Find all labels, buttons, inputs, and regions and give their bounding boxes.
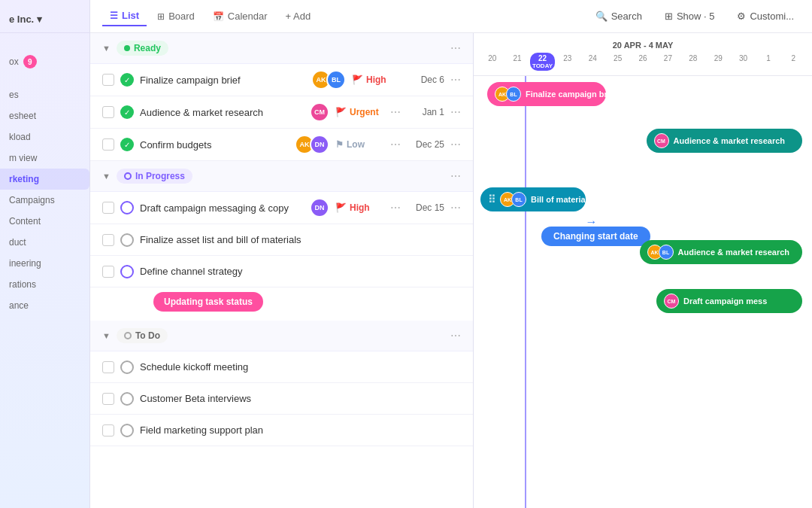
gantt-arrow: →	[586, 215, 598, 229]
bar-label: Bill of materials	[531, 195, 592, 204]
task-checkbox[interactable]	[102, 106, 114, 118]
task-status-icon: ✓	[120, 138, 134, 151]
task-more-button-2[interactable]: ⋯	[450, 202, 461, 214]
task-more-button-2[interactable]: ⋯	[450, 106, 461, 118]
gear-icon: ⚙	[737, 11, 746, 22]
sidebar-item-inbox[interactable]: ox 9	[0, 50, 89, 74]
task-status-icon	[120, 233, 134, 247]
avatar-group: CM	[310, 102, 329, 122]
task-more-button[interactable]: ⋯	[390, 202, 401, 214]
task-name: Finalize campaign brief	[140, 75, 305, 86]
board-icon: ⊞	[157, 11, 165, 22]
gantt-day-28: 28	[680, 53, 705, 71]
gantt-changing-date-tooltip: Changing start date	[541, 227, 650, 246]
task-name: Finalize asset list and bill of material…	[140, 234, 461, 245]
task-status-icon	[120, 265, 134, 278]
search-button[interactable]: 🔍 Search	[589, 8, 648, 25]
customize-button[interactable]: ⚙ Customi...	[731, 8, 800, 25]
table-row: Define channel strategy	[90, 256, 473, 287]
tab-board[interactable]: ⊞ Board	[150, 6, 202, 26]
task-checkbox[interactable]	[102, 234, 114, 246]
bar-label: Audience & market research	[678, 248, 790, 257]
sidebar-item-4[interactable]: es	[0, 84, 89, 105]
sidebar-item-3[interactable]	[0, 74, 89, 84]
gantt-date-range: 20 APR - 4 MAY	[474, 38, 812, 53]
gantt-day-26: 26	[630, 53, 655, 71]
todo-section-badge: To Do	[117, 328, 168, 343]
table-row: Draft campaign messaging & copy DN 🚩 Hig…	[90, 192, 473, 224]
ready-collapse-button[interactable]: ▼	[102, 44, 111, 53]
table-row: Field marketing support plan	[90, 415, 473, 446]
task-date: Jan 1	[407, 107, 444, 117]
task-checkbox[interactable]	[102, 424, 114, 437]
split-view: ▼ Ready ⋯ ✓ Finalize campaign brief AK B…	[90, 33, 812, 508]
brand-name[interactable]: e Inc. ▾	[0, 6, 89, 33]
task-checkbox[interactable]	[102, 361, 114, 373]
sidebar-item-label: rations	[9, 279, 36, 290]
drag-handle-left[interactable]: ⠿	[488, 193, 495, 205]
task-name: Schedule kickoff meeting	[140, 361, 461, 373]
sidebar-item-workload[interactable]: kload	[0, 126, 89, 148]
task-more-button[interactable]: ⋯	[450, 74, 461, 86]
task-checkbox[interactable]	[102, 266, 114, 278]
todo-collapse-button[interactable]: ▼	[102, 331, 111, 340]
calendar-icon: 📅	[213, 11, 224, 22]
gantt-day-27: 27	[656, 53, 680, 71]
avatar: BL	[659, 245, 674, 260]
sidebar-item-operations[interactable]: rations	[0, 274, 89, 295]
task-status-icon	[120, 424, 134, 437]
gantt-bar-draft-campaign[interactable]: CM Draft campaign mess	[656, 289, 802, 313]
ready-section-badge: Ready	[117, 41, 168, 56]
gantt-bar-audience-research[interactable]: CM Audience & market research	[647, 129, 802, 153]
sidebar-item-teamview[interactable]: m view	[0, 148, 89, 169]
app-container: e Inc. ▾ ox 9 es esheet kload m view rke…	[0, 0, 812, 508]
bar-avatars: CM	[664, 294, 679, 309]
sidebar-item-timesheet[interactable]: esheet	[0, 105, 89, 126]
inprogress-options-button[interactable]: ⋯	[450, 170, 461, 182]
list-panel: ▼ Ready ⋯ ✓ Finalize campaign brief AK B…	[90, 33, 474, 508]
table-row: Finalize asset list and bill of material…	[90, 224, 473, 256]
drag-handle-right[interactable]: ⠿	[597, 193, 604, 205]
sidebar-item-engineering[interactable]: ineering	[0, 253, 89, 274]
toolbar-nav: ☰ List ⊞ Board 📅 Calendar + Add	[102, 6, 318, 26]
inprogress-collapse-button[interactable]: ▼	[102, 172, 111, 181]
section-todo-header: ▼ To Do ⋯	[90, 321, 473, 351]
task-checkbox[interactable]	[102, 202, 114, 214]
add-view-button[interactable]: + Add	[278, 6, 319, 26]
bar-avatars: AK BL	[495, 87, 521, 102]
avatar: CM	[664, 294, 679, 309]
sidebar-item-campaigns[interactable]: Campaigns	[0, 190, 89, 211]
gantt-bar-audience-green[interactable]: AK BL Audience & market research	[640, 240, 802, 264]
gantt-bar-finalize[interactable]: AK BL Finalize campaign brief	[487, 82, 606, 106]
sidebar: e Inc. ▾ ox 9 es esheet kload m view rke…	[0, 0, 90, 508]
ready-status-dot	[124, 45, 130, 51]
sidebar-item-content[interactable]: Content	[0, 211, 89, 232]
todo-options-button[interactable]: ⋯	[450, 330, 461, 342]
sidebar-item-label: m view	[9, 153, 37, 163]
sidebar-item-label: esheet	[9, 111, 36, 121]
sidebar-item-label: ineering	[9, 258, 41, 269]
sidebar-item-finance[interactable]: ance	[0, 295, 89, 316]
sidebar-item-marketing[interactable]: rketing	[0, 169, 89, 190]
table-row: Schedule kickoff meeting	[90, 351, 473, 383]
task-more-button[interactable]: ⋯	[390, 138, 401, 151]
table-row: ✓ Finalize campaign brief AK BL 🚩 High D…	[90, 64, 473, 96]
sidebar-item-label: ance	[9, 300, 29, 311]
task-more-button[interactable]: ⋯	[390, 106, 401, 118]
task-checkbox[interactable]	[102, 393, 114, 405]
priority-badge: 🚩 Urgent	[335, 107, 384, 117]
task-name: Draft campaign messaging & copy	[140, 202, 304, 214]
task-checkbox[interactable]	[102, 138, 114, 151]
flag-icon: 🚩	[352, 75, 363, 85]
tab-list[interactable]: ☰ List	[102, 6, 147, 26]
sidebar-item-product[interactable]: duct	[0, 232, 89, 253]
sidebar-item-1[interactable]	[0, 39, 89, 50]
ready-options-button[interactable]: ⋯	[450, 42, 461, 54]
task-checkbox[interactable]	[102, 74, 114, 86]
tab-calendar[interactable]: 📅 Calendar	[205, 6, 275, 26]
updating-task-status-tooltip: Updating task status	[153, 292, 263, 312]
task-more-button-2[interactable]: ⋯	[450, 138, 461, 151]
gantt-bar-bill-materials[interactable]: ⠿ AK BL Bill of materials ⠿	[480, 187, 586, 211]
show-button[interactable]: ⊞ Show · 5	[659, 8, 721, 25]
priority-badge: ⚑ Low	[335, 139, 384, 150]
